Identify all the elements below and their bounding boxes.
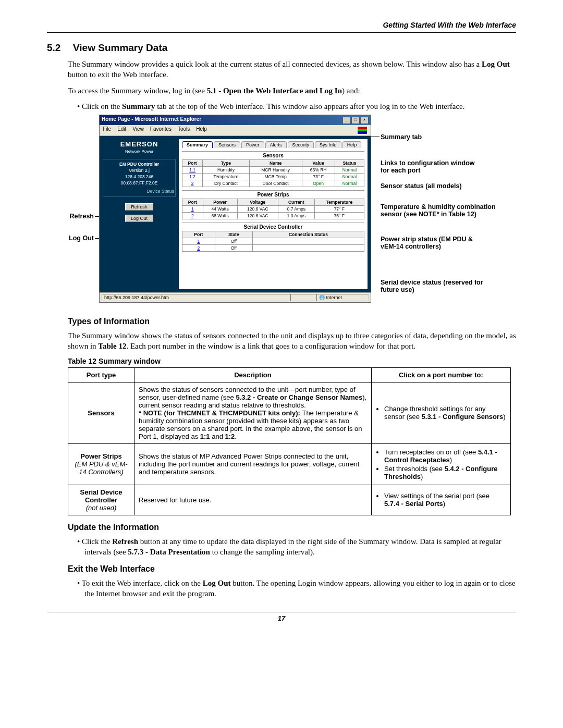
callout-logout: Log Out [63, 235, 94, 242]
menu-favorites[interactable]: Favorites [150, 126, 172, 134]
serial-section-title: Serial Device Controller [182, 223, 364, 230]
table-caption: Table 12 Summary window [68, 357, 516, 365]
tab-help[interactable]: Help [342, 141, 362, 148]
content-frame: EMERSON Network Power EM PDU Controller … [100, 136, 371, 292]
serial-port-link[interactable]: 2 [182, 245, 215, 252]
tab-summary[interactable]: Summary [182, 141, 213, 148]
th-click-port: Click on a port number to: [372, 367, 511, 382]
sensor-port-link[interactable]: 1:2 [182, 174, 203, 180]
minimize-icon: _ [342, 117, 351, 124]
tab-power[interactable]: Power [241, 141, 264, 148]
sensors-table: PortTypeNameValueStatus 1:1HumidityMCR H… [182, 159, 364, 187]
figure-wrapper: Refresh Log Out Summary tab Links to con… [68, 115, 516, 307]
callout-summary-tab: Summary tab [381, 133, 422, 141]
refresh-button[interactable]: Refresh [125, 203, 153, 211]
window-titlebar: Home Page - Microsoft Internet Explorer … [100, 115, 371, 125]
table-row: Serial Device Controller(not used) Reser… [68, 485, 511, 515]
power-table: PortPowerVoltageCurrentTemperature 144 W… [182, 199, 364, 219]
tab-sensors[interactable]: Sensors [214, 141, 240, 148]
window-title: Home Page - Microsoft Internet Explorer [102, 116, 201, 124]
summary-window-table: Port type Description Click on a port nu… [68, 367, 511, 515]
main-area: Summary Sensors Power Alerts Security Sy… [179, 139, 368, 289]
table-row: Power Strips(EM PDU & vEM-14 Controllers… [68, 443, 511, 485]
section-title: 5.2View Summary Data [47, 42, 516, 54]
sidebar: EMERSON Network Power EM PDU Controller … [100, 136, 179, 292]
emerson-logo: EMERSON [103, 140, 176, 148]
th-description: Description [134, 367, 372, 382]
callout-sensor-status: Sensor status (all models) [381, 182, 485, 190]
power-port-link[interactable]: 1 [182, 206, 203, 213]
tab-security[interactable]: Security [288, 141, 314, 148]
tab-bar: Summary Sensors Power Alerts Security Sy… [182, 141, 364, 148]
sensors-section-title: Sensors [182, 151, 364, 158]
exit-bullet: To exit the Web interface, click on the … [84, 578, 516, 599]
window-buttons[interactable]: _□× [342, 116, 369, 124]
controller-info-box: EM PDU Controller Version 2.j 126.4.203.… [103, 159, 176, 197]
intro-paragraph-1: The Summary window provides a quick look… [68, 59, 516, 80]
page-header: Getting Started With the Web Interface [47, 21, 516, 33]
bullet-summary-tab: Click on the Summary tab at the top of t… [84, 101, 516, 112]
section-title-text: View Summary Data [73, 42, 167, 53]
table-row: Sensors Shows the status of sensors conn… [68, 382, 511, 443]
windows-flag-icon [357, 126, 368, 134]
tab-alerts[interactable]: Alerts [265, 141, 287, 148]
menu-bar[interactable]: File Edit View Favorites Tools Help [100, 125, 371, 136]
sensor-port-link[interactable]: 1:1 [182, 167, 203, 174]
sensor-port-link[interactable]: 2 [182, 180, 203, 187]
callout-temp-humidity: Temperature & humidity combination senso… [381, 203, 500, 218]
menu-file[interactable]: File [103, 126, 111, 134]
menu-help[interactable]: Help [196, 126, 207, 134]
page-number: 17 [47, 612, 516, 622]
types-heading: Types of Information [68, 317, 516, 326]
status-zone: 🌐 Internet [316, 294, 369, 301]
power-section-title: Power Strips [182, 190, 364, 198]
serial-port-link[interactable]: 1 [182, 238, 215, 245]
exit-heading: Exit the Web Interface [68, 564, 516, 574]
maximize-icon: □ [351, 117, 360, 124]
menu-view[interactable]: View [132, 126, 144, 134]
intro-paragraph-2: To access the Summary window, log in (se… [68, 85, 516, 96]
section-number: 5.2 [47, 42, 73, 54]
serial-table: PortStateConnection Status 1Off 2Off [182, 231, 364, 252]
callout-serial: Serial device status (reserved for futur… [381, 279, 495, 294]
close-icon: × [360, 117, 369, 124]
logout-button[interactable]: Log Out [125, 215, 153, 222]
emerson-logo-sub: Network Power [103, 149, 176, 154]
menu-tools[interactable]: Tools [178, 126, 190, 134]
th-port-type: Port type [68, 367, 134, 382]
power-port-link[interactable]: 2 [182, 213, 203, 219]
callout-power-strip: Power strip status (EM PDU & vEM-14 cont… [381, 236, 485, 251]
status-url: http://65.209.187.44/power.htm [102, 294, 290, 301]
update-heading: Update the Information [68, 523, 516, 532]
menu-edit[interactable]: Edit [117, 126, 126, 134]
tab-sysinfo[interactable]: Sys Info [315, 141, 341, 148]
callout-refresh: Refresh [63, 213, 94, 220]
status-bar: http://65.209.187.44/power.htm 🌐 Interne… [100, 292, 371, 302]
callout-links: Links to configuration window for each p… [381, 159, 485, 175]
screenshot-figure: Home Page - Microsoft Internet Explorer … [99, 115, 371, 303]
update-bullet: Click the Refresh button at any time to … [84, 536, 516, 558]
types-paragraph: The Summary window shows the status of s… [68, 330, 516, 352]
